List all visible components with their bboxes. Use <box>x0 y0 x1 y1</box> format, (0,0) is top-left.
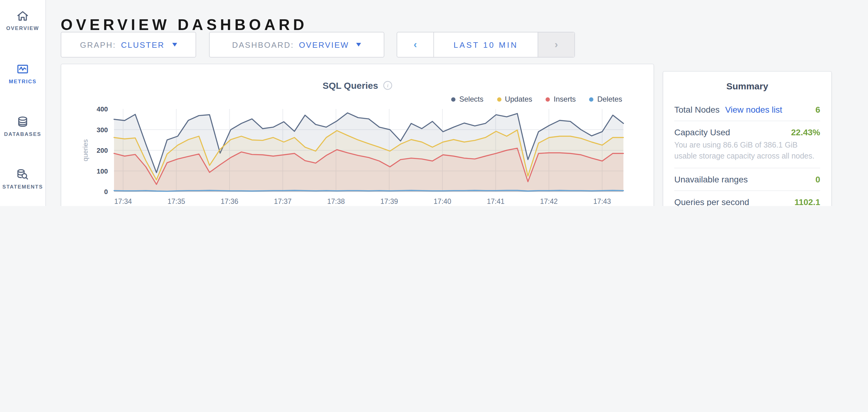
time-next-button[interactable]: › <box>537 32 575 57</box>
info-icon[interactable]: i <box>383 81 392 90</box>
deletes-dot-icon <box>589 97 594 101</box>
time-prev-button[interactable]: ‹ <box>397 32 434 57</box>
dashboard-dropdown[interactable]: DASHBOARD: OVERVIEW <box>209 32 384 58</box>
sidebar-item-label: DATABASES <box>4 131 41 137</box>
inserts-dot-icon <box>546 97 550 101</box>
time-range-selector: ‹ LAST 10 MIN › <box>397 32 575 58</box>
svg-text:100: 100 <box>97 167 108 175</box>
svg-text:200: 200 <box>97 147 108 154</box>
graph-dropdown-value: CLUSTER <box>121 40 164 49</box>
svg-text:17:41: 17:41 <box>487 198 504 205</box>
summary-row-total-nodes: Total Nodes View nodes list 6 <box>674 99 820 121</box>
sidebar-item-label: STATEMENTS <box>2 184 43 190</box>
sidebar-item-statements[interactable]: STATEMENTS <box>0 168 45 190</box>
capacity-caption: You are using 86.6 GiB of 386.1 GiB usab… <box>674 140 820 162</box>
svg-text:i: i <box>387 83 388 89</box>
chevron-down-icon <box>172 43 177 46</box>
sidebar-item-label: OVERVIEW <box>6 25 39 31</box>
graph-dropdown-label: GRAPH: <box>80 40 116 49</box>
sidebar: OVERVIEW METRICS DATABASES <box>0 0 46 206</box>
sidebar-item-label: METRICS <box>9 78 37 84</box>
sql-queries-plot: 17:3417:3517:3617:3717:3817:3917:4017:41… <box>80 103 631 206</box>
summary-title: Summary <box>663 81 831 91</box>
home-icon <box>16 9 29 23</box>
svg-text:17:42: 17:42 <box>540 198 558 205</box>
svg-text:17:40: 17:40 <box>434 198 452 205</box>
legend-item-inserts: Inserts <box>546 95 576 103</box>
svg-text:17:43: 17:43 <box>593 198 611 205</box>
metrics-chart-icon <box>16 63 29 76</box>
dashboard-dropdown-label: DASHBOARD: <box>232 40 294 49</box>
updates-dot-icon <box>497 97 501 101</box>
chevron-right-icon: › <box>554 39 558 51</box>
chart-title: SQL Queries <box>322 80 378 91</box>
qps-value: 1102.1 <box>795 198 820 206</box>
sidebar-item-metrics[interactable]: METRICS <box>0 63 45 84</box>
svg-text:400: 400 <box>97 105 108 113</box>
summary-panel: Summary Total Nodes View nodes list 6 Ca… <box>663 71 832 206</box>
sql-queries-card: SQL Queries i Selects Updates Inserts De… <box>61 64 654 206</box>
svg-text:17:34: 17:34 <box>114 198 132 205</box>
sidebar-item-overview[interactable]: OVERVIEW <box>0 9 45 31</box>
legend-item-selects: Selects <box>451 95 483 103</box>
summary-row-unavailable-ranges: Unavailable ranges 0 <box>674 168 820 191</box>
sidebar-item-databases[interactable]: DATABASES <box>0 115 45 137</box>
selects-dot-icon <box>451 97 456 101</box>
unavailable-ranges-value: 0 <box>815 175 820 184</box>
svg-text:17:36: 17:36 <box>221 198 239 205</box>
legend-item-updates: Updates <box>497 95 532 103</box>
svg-text:17:39: 17:39 <box>380 198 398 205</box>
svg-text:17:35: 17:35 <box>167 198 185 205</box>
svg-text:300: 300 <box>97 126 108 134</box>
svg-text:17:38: 17:38 <box>327 198 345 205</box>
time-range-value[interactable]: LAST 10 MIN <box>434 32 537 57</box>
capacity-used-value: 22.43% <box>791 127 820 137</box>
total-nodes-value: 6 <box>815 105 820 114</box>
page-title: OVERVIEW DASHBOARD <box>61 16 308 34</box>
view-nodes-list-link[interactable]: View nodes list <box>725 105 782 114</box>
dashboard-dropdown-value: OVERVIEW <box>299 40 349 49</box>
graph-dropdown[interactable]: GRAPH: CLUSTER <box>61 32 196 58</box>
database-icon <box>16 115 29 129</box>
svg-text:queries: queries <box>82 139 89 161</box>
chart-legend: Selects Updates Inserts Deletes <box>451 95 622 103</box>
statements-icon <box>16 168 29 181</box>
overview-dashboard-page: OVERVIEW METRICS DATABASES <box>0 0 868 206</box>
svg-text:17:37: 17:37 <box>274 198 292 205</box>
summary-row-capacity: Capacity Used 22.43% You are using 86.6 … <box>674 121 820 168</box>
svg-text:0: 0 <box>104 188 108 196</box>
summary-row-qps: Queries per second 1102.1 <box>674 191 820 206</box>
summary-rows: Total Nodes View nodes list 6 Capacity U… <box>674 99 820 206</box>
chevron-down-icon <box>356 43 361 46</box>
chevron-left-icon: ‹ <box>413 39 417 51</box>
legend-item-deletes: Deletes <box>589 95 622 103</box>
